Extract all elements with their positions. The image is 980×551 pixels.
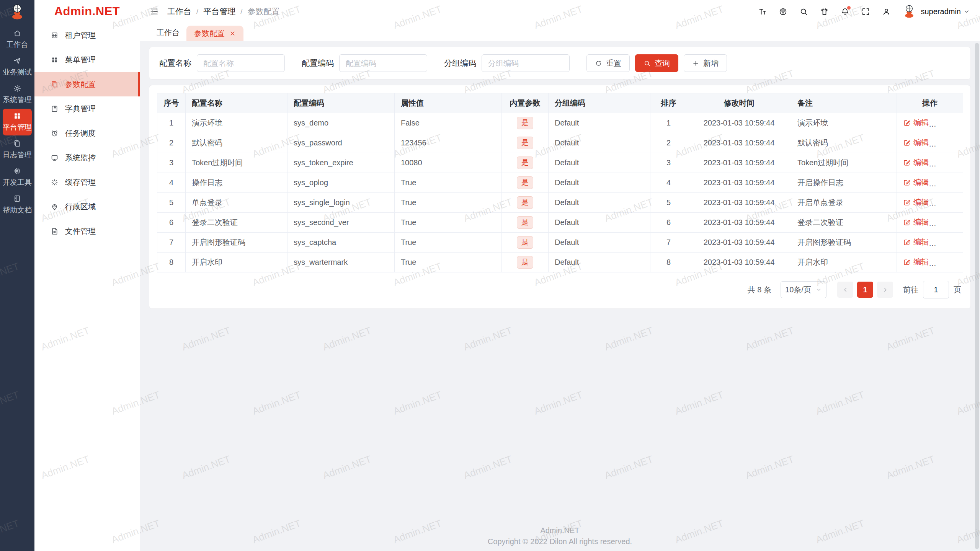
table-row: 2默认密码sys_password123456是Default22023-01-… — [157, 133, 963, 153]
search-field-input[interactable] — [339, 54, 427, 72]
rail-item-icon — [13, 29, 21, 37]
edit-button[interactable]: 编辑 — [903, 197, 929, 207]
cell-group-code: Default — [549, 233, 650, 253]
page-unit-label: 页 — [954, 285, 961, 295]
page-tab[interactable]: 工作台 — [150, 24, 186, 41]
builtin-tag: 是 — [517, 176, 533, 189]
tab-close-icon[interactable] — [229, 30, 236, 37]
cell-value: True — [395, 233, 502, 253]
sidebar-item-label: 参数配置 — [65, 79, 96, 90]
page-size-select[interactable]: 10条/页 — [781, 281, 826, 298]
edit-button[interactable]: 编辑 — [903, 157, 929, 168]
next-page-button[interactable] — [877, 282, 893, 298]
search-field-input[interactable] — [482, 54, 570, 72]
breadcrumb-item[interactable]: 平台管理 / — [203, 6, 247, 17]
rail-item[interactable]: 帮助文档 — [3, 191, 32, 218]
breadcrumb-item[interactable]: 工作台 / — [167, 6, 203, 17]
breadcrumb-item[interactable]: 参数配置 — [248, 6, 290, 17]
vertical-scrollbar[interactable] — [975, 43, 979, 549]
header-icon[interactable] — [841, 7, 849, 16]
edit-button[interactable]: 编辑 — [903, 217, 929, 227]
sidebar-item-icon — [51, 129, 59, 137]
table-row: 4操作日志sys_oplogTrue是Default42023-01-03 10… — [157, 173, 963, 193]
sidebar-menu-item[interactable]: 缓存管理 — [34, 170, 140, 194]
edit-button[interactable]: 编辑 — [903, 177, 929, 187]
rail-item[interactable]: 平台管理 — [3, 109, 32, 135]
edit-button[interactable]: 编辑 — [903, 237, 929, 247]
column-header: 配置编码 — [287, 93, 395, 113]
cell-config-code: sys_token_expire — [287, 153, 395, 173]
rail-item[interactable]: 业务测试 — [3, 54, 32, 80]
rail-item[interactable]: 系统管理 — [3, 81, 32, 108]
rail-item-label: 平台管理 — [3, 122, 32, 132]
breadcrumb-separator: / — [196, 7, 198, 16]
delete-button[interactable]: 删除 — [939, 197, 963, 207]
add-button[interactable]: 新增 — [684, 54, 727, 72]
tab-bar: 工作台 参数配置 — [140, 23, 980, 41]
cell-index: 6 — [157, 213, 186, 233]
cell-index: 5 — [157, 193, 186, 213]
cell-group-code: Default — [549, 153, 650, 173]
delete-button[interactable]: 删除 — [939, 257, 963, 267]
edit-button[interactable]: 编辑 — [903, 257, 929, 267]
user-avatar[interactable] — [902, 4, 917, 19]
search-fields: 配置名称 配置编码 分组编码 — [159, 54, 586, 72]
header-icon[interactable] — [820, 7, 829, 16]
rail-item[interactable]: 开发工具 — [3, 164, 32, 191]
cell-sort: 1 — [650, 113, 687, 133]
search-field-label: 配置名称 — [159, 58, 191, 68]
search-field-input[interactable] — [197, 54, 285, 72]
cell-config-name: Token过期时间 — [186, 153, 287, 173]
header-icon[interactable] — [779, 7, 787, 16]
sidebar-menu-item[interactable]: 租户管理 — [34, 23, 140, 47]
delete-button[interactable]: 删除 — [939, 237, 963, 247]
prev-page-button[interactable] — [837, 282, 853, 298]
app-logo-mascot[interactable] — [0, 0, 34, 24]
reset-button[interactable]: 重置 — [586, 54, 630, 72]
cell-builtin: 是 — [502, 213, 549, 233]
rail-item[interactable]: 工作台 — [3, 26, 32, 53]
header-icon[interactable] — [882, 7, 891, 16]
rail-item-icon — [13, 167, 21, 175]
sidebar-menu-item[interactable]: 系统监控 — [34, 145, 140, 170]
search-field: 配置编码 — [302, 54, 427, 72]
builtin-tag: 是 — [517, 117, 533, 129]
sidebar-menu-item[interactable]: 字典管理 — [34, 96, 140, 121]
edit-button[interactable]: 编辑 — [903, 137, 929, 148]
header-icon[interactable] — [758, 7, 767, 16]
cell-sort: 6 — [650, 213, 687, 233]
header-icon[interactable] — [799, 7, 808, 16]
username[interactable]: superadmin — [921, 7, 961, 16]
user-menu-chevron-down-icon[interactable] — [963, 8, 970, 15]
table-row: 5单点登录sys_single_loginTrue是Default52023-0… — [157, 193, 963, 213]
column-header: 修改时间 — [687, 93, 791, 113]
cell-builtin: 是 — [502, 113, 549, 133]
delete-button[interactable]: 删除 — [939, 117, 963, 128]
delete-button[interactable]: 删除 — [939, 157, 963, 168]
cell-config-name: 单点登录 — [186, 193, 287, 213]
sidebar-menu-item[interactable]: 参数配置 — [34, 72, 140, 96]
cell-config-code: sys_second_ver — [287, 213, 395, 233]
sidebar-menu-item[interactable]: 行政区域 — [34, 194, 140, 219]
pagination: 共 8 条 10条/页 1 前往 页 — [157, 272, 963, 308]
current-page[interactable]: 1 — [857, 282, 873, 298]
header-icon[interactable] — [861, 7, 870, 16]
delete-button[interactable]: 删除 — [939, 217, 963, 227]
cell-modified-time: 2023-01-03 10:59:44 — [687, 233, 791, 253]
search-field: 分组编码 — [444, 54, 570, 72]
delete-button[interactable]: 删除 — [939, 177, 963, 187]
sidebar-menu-item[interactable]: 菜单管理 — [34, 47, 140, 72]
collapse-sidebar-icon[interactable] — [150, 7, 159, 16]
cell-config-code: sys_captcha — [287, 233, 395, 253]
query-button[interactable]: 查询 — [635, 54, 678, 72]
table-row: 3Token过期时间sys_token_expire10080是Default3… — [157, 153, 963, 173]
delete-button[interactable]: 删除 — [939, 137, 963, 148]
edit-button[interactable]: 编辑 — [903, 117, 929, 128]
sidebar-item-icon — [51, 227, 59, 235]
rail-item[interactable]: 日志管理 — [3, 136, 32, 163]
goto-page-input[interactable] — [923, 281, 949, 298]
page-tab[interactable]: 参数配置 — [186, 26, 243, 41]
search-panel: 配置名称 配置编码 分组编码 重置 — [149, 47, 971, 80]
sidebar-menu-item[interactable]: 文件管理 — [34, 219, 140, 243]
sidebar-menu-item[interactable]: 任务调度 — [34, 121, 140, 145]
